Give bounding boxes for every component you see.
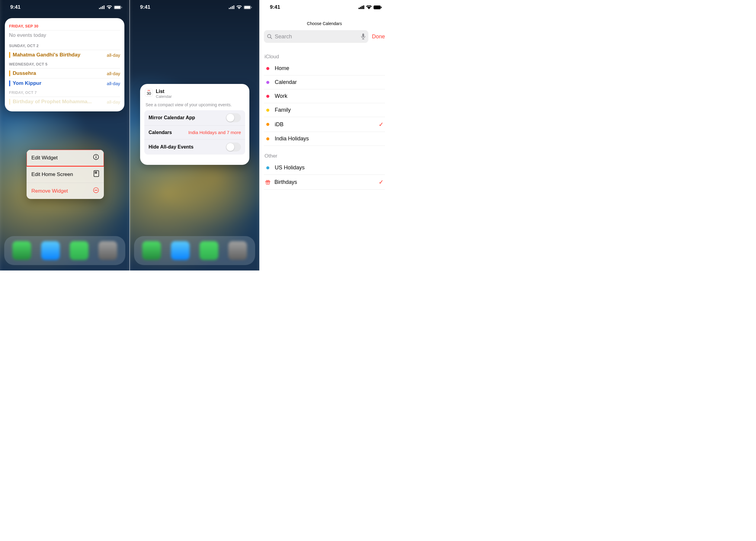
svg-rect-7: [95, 172, 96, 172]
event-title: Yom Kippur: [13, 80, 105, 86]
toggle-switch[interactable]: [226, 143, 241, 152]
dock-app[interactable]: [41, 241, 60, 260]
svg-rect-2: [121, 7, 122, 8]
section-header: iCloud: [264, 51, 385, 62]
calendar-row[interactable]: India Holidays: [264, 132, 385, 146]
svg-rect-12: [95, 190, 98, 191]
calendar-row[interactable]: iDB ✓: [264, 117, 385, 132]
event-color-bar: [9, 80, 10, 86]
event-time: all-day: [107, 71, 120, 76]
event-time: all-day: [107, 81, 120, 86]
event-row[interactable]: Yom Kippur all-day: [9, 79, 120, 88]
event-color-bar: [9, 99, 10, 105]
calendar-name: Birthdays: [275, 179, 378, 185]
dock-app[interactable]: [200, 241, 218, 260]
calendar-name: US Holidays: [275, 165, 384, 171]
event-row[interactable]: Birthday of Prophet Mohamma... all-day: [9, 97, 120, 107]
dock-app[interactable]: [171, 241, 190, 260]
search-row: Search Done: [264, 30, 385, 43]
context-edit-home-screen[interactable]: Edit Home Screen: [27, 166, 104, 183]
event-row[interactable]: Dussehra all-day: [9, 69, 120, 78]
event-color-bar: [9, 52, 10, 58]
context-edit-widget[interactable]: Edit Widget: [27, 150, 104, 166]
dock-app[interactable]: [70, 241, 89, 260]
context-item-label: Edit Home Screen: [31, 172, 73, 178]
checkmark-icon: ✓: [378, 121, 384, 128]
calendar-name: Home: [275, 65, 384, 72]
calendar-row[interactable]: Calendar: [264, 76, 385, 89]
option-hide-allday[interactable]: Hide All-day Events: [144, 140, 245, 155]
wifi-icon: [107, 5, 112, 9]
dock-app[interactable]: [228, 241, 247, 260]
calendar-name: Work: [275, 93, 384, 99]
event-time: all-day: [107, 53, 120, 58]
calendar-row[interactable]: Home: [264, 62, 385, 76]
svg-rect-5: [96, 157, 96, 159]
screen-widget-config: 9:41 FRI 30 List Calendar See a compact …: [130, 0, 260, 270]
option-label: Hide All-day Events: [149, 144, 194, 150]
widget-description: See a compact view of your upcoming even…: [144, 101, 245, 110]
battery-icon: [244, 5, 252, 9]
toggle-switch[interactable]: [226, 113, 241, 122]
widget-context-menu: Edit Widget Edit Home Screen Remove Widg…: [27, 150, 104, 199]
calendar-app-icon: FRI 30: [145, 89, 153, 97]
calendar-widget[interactable]: FRIDAY, SEP 30No events todaySUNDAY, OCT…: [5, 18, 124, 111]
sheet-title: Choose Calendars: [260, 21, 389, 26]
mic-icon[interactable]: [361, 34, 365, 40]
event-row[interactable]: Mahatma Gandhi's Birthday all-day: [9, 50, 120, 60]
status-icons: [359, 5, 382, 9]
search-input[interactable]: Search: [264, 30, 369, 43]
calendar-row[interactable]: Birthdays ✓: [264, 175, 385, 190]
option-label: Calendars: [149, 130, 172, 135]
calendar-section: iCloud Home Calendar Work Family iDB ✓: [264, 51, 385, 146]
option-calendars[interactable]: Calendars India Holidays and 7 more: [144, 126, 245, 140]
calendar-color-dot: [266, 95, 269, 98]
gift-icon: [266, 180, 270, 185]
svg-rect-20: [362, 34, 364, 37]
calendar-name: India Holidays: [275, 136, 384, 142]
dock-app[interactable]: [98, 241, 117, 260]
calendar-list: iCloud Home Calendar Work Family iDB ✓: [264, 51, 385, 190]
status-time: 9:41: [270, 4, 280, 10]
screen-widget-context: 9:41 FRIDAY, SEP 30No events todaySUNDAY…: [0, 0, 130, 270]
checkmark-icon: ✓: [378, 179, 384, 186]
battery-icon: [374, 5, 382, 9]
svg-rect-15: [251, 7, 252, 8]
calendar-row[interactable]: US Holidays: [264, 161, 385, 175]
minus-circle-icon: [93, 187, 99, 195]
calendar-color-dot: [266, 81, 269, 84]
status-icons: [229, 5, 252, 9]
status-time: 9:41: [10, 4, 21, 10]
wifi-icon: [366, 5, 372, 9]
status-bar: 9:41: [0, 0, 130, 15]
context-remove-widget[interactable]: Remove Widget: [27, 183, 104, 199]
status-icons: [99, 5, 122, 9]
battery-icon: [114, 5, 122, 9]
status-bar: 9:41: [130, 0, 259, 15]
dock: [4, 236, 125, 265]
calendar-row[interactable]: Work: [264, 89, 385, 103]
day-header: SUNDAY, OCT 2: [9, 41, 120, 50]
widget-options-list: Mirror Calendar App Calendars India Holi…: [144, 110, 245, 155]
option-value: India Holidays and 7 more: [188, 130, 241, 135]
calendar-color-dot: [266, 109, 269, 112]
dock-app[interactable]: [142, 241, 161, 260]
apps-icon: [94, 170, 99, 179]
event-title: Mahatma Gandhi's Birthday: [13, 52, 105, 58]
context-item-label: Remove Widget: [31, 188, 68, 194]
done-button[interactable]: Done: [372, 34, 385, 40]
config-titles: List Calendar: [156, 89, 172, 99]
section-header: Other: [264, 146, 385, 161]
calendar-row[interactable]: Family: [264, 103, 385, 117]
cellular-icon: [359, 5, 365, 9]
svg-rect-10: [96, 173, 97, 174]
option-mirror-calendar[interactable]: Mirror Calendar App: [144, 110, 245, 126]
calendar-color-dot: [266, 67, 269, 70]
widget-app-name: Calendar: [156, 94, 172, 99]
dock-app[interactable]: [12, 241, 31, 260]
day-header: WEDNESDAY, OCT 5: [9, 60, 120, 68]
wifi-icon: [237, 5, 242, 9]
cellular-icon: [99, 5, 105, 9]
calendar-section: Other US Holidays Birthdays ✓: [264, 146, 385, 190]
svg-rect-9: [95, 173, 96, 174]
